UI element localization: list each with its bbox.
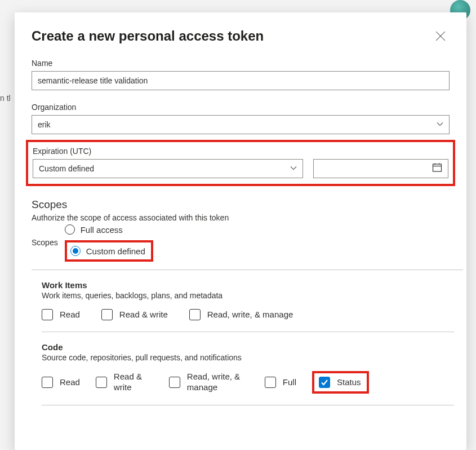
chevron-down-icon [290,164,297,173]
create-pat-dialog: Create a new personal access token Name … [15,12,466,450]
scopes-description: Authorize the scope of access associated… [32,213,450,222]
scope-group-subtitle: Source code, repositories, pull requests… [42,353,454,362]
scope-checkbox-code-read[interactable]: Read [42,377,80,388]
scope-group-code: Code Source code, repositories, pull req… [32,332,454,405]
checkbox-label: Read [60,377,80,388]
checkbox-label: Status [337,377,361,388]
radio-checked-icon [70,246,81,256]
checkbox-unchecked-icon [42,377,53,388]
expiration-select[interactable]: Custom defined [33,159,303,178]
checkbox-unchecked-icon [42,309,53,320]
checkbox-checked-icon [319,377,330,388]
svg-rect-0 [433,164,442,171]
scopes-heading: Scopes [32,198,450,211]
scope-checkbox-code-read-write[interactable]: Read & write [96,372,153,393]
checkbox-label: Read [60,310,80,320]
checkbox-unchecked-icon [189,309,201,320]
scopes-radio-custom-defined[interactable]: Custom defined [70,246,145,256]
custom-defined-highlight: Custom defined [65,240,153,262]
expiration-date-field[interactable] [313,159,448,178]
chevron-down-icon [437,120,443,129]
checkbox-unchecked-icon [265,377,276,388]
scope-checkbox-work-items-read-write[interactable]: Read & write [101,309,168,320]
scopes-radio-full-access[interactable]: Full access [65,224,153,235]
obscured-background-text: n tl [0,94,11,103]
radio-label-custom-defined: Custom defined [86,246,145,256]
checkbox-label: Read, write, & manage [207,310,293,320]
scope-group-subtitle: Work items, queries, backlogs, plans, an… [42,291,454,300]
expiration-label: Expiration (UTC) [33,147,448,156]
checkbox-unchecked-icon [96,377,107,388]
checkbox-label: Read, write, & manage [187,372,249,393]
name-field[interactable] [32,71,450,90]
scopes-radio-label: Scopes [32,238,58,247]
checkbox-label: Read & write [119,310,168,320]
radio-unchecked-icon [65,224,75,235]
organization-label: Organization [32,103,450,112]
checkbox-unchecked-icon [169,377,180,388]
scope-checkbox-code-read-write-manage[interactable]: Read, write, & manage [169,372,249,393]
scope-group-title: Code [42,342,454,352]
organization-select[interactable]: erik [32,115,450,134]
close-icon [435,31,446,43]
organization-value: erik [38,120,51,129]
expiration-value: Custom defined [39,164,94,173]
scope-checkbox-work-items-read[interactable]: Read [42,309,80,320]
divider [42,405,454,405]
scope-checkbox-code-status[interactable]: Status [319,377,361,388]
dialog-title: Create a new personal access token [32,28,264,44]
checkbox-label: Full [283,377,296,388]
name-label: Name [32,59,450,68]
scope-checkbox-work-items-read-write-manage[interactable]: Read, write, & manage [189,309,293,320]
calendar-icon [432,162,442,175]
close-button[interactable] [431,28,450,46]
checkbox-unchecked-icon [101,309,113,320]
radio-label-full-access: Full access [81,225,123,235]
scope-list[interactable]: Work Items Work items, queries, backlogs… [32,270,463,439]
status-highlight: Status [312,371,369,394]
checkbox-label: Read & write [114,372,153,393]
expiration-highlight: Expiration (UTC) Custom defined [26,140,455,186]
scope-group-title: Work Items [42,280,454,290]
scope-group-work-items: Work Items Work items, queries, backlogs… [32,270,454,332]
scope-checkbox-code-full[interactable]: Full [265,377,296,388]
